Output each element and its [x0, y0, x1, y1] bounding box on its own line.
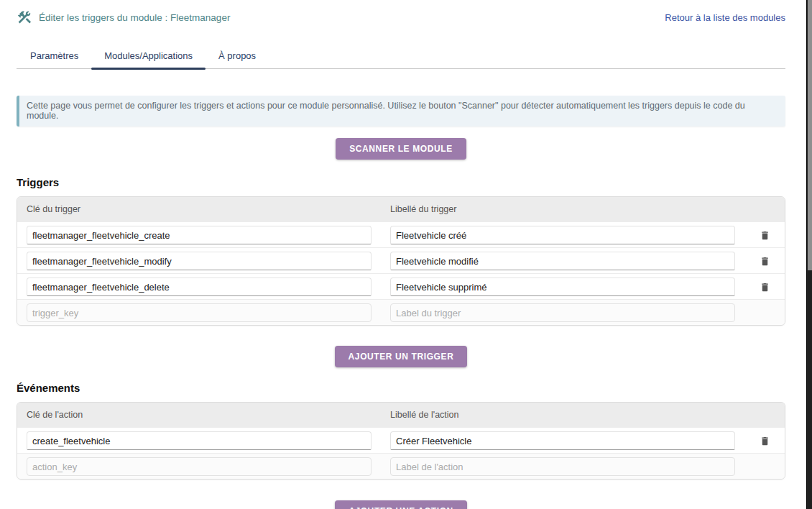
- trigger-label-input[interactable]: [390, 226, 735, 244]
- triggers-heading: Triggers: [17, 176, 785, 188]
- action-row: [17, 427, 785, 453]
- new-action-key-input[interactable]: [27, 457, 372, 476]
- trash-icon: [760, 232, 770, 243]
- trigger-key-input[interactable]: [27, 278, 372, 296]
- tab-a-propos[interactable]: À propos: [206, 44, 269, 68]
- triggers-table-header: Clé du trigger Libellé du trigger: [17, 197, 785, 221]
- delete-trigger-button[interactable]: [758, 280, 772, 294]
- trigger-row: [17, 247, 785, 273]
- action-key-input[interactable]: [27, 431, 372, 450]
- trigger-row: [17, 221, 785, 247]
- column-header-action-label: Libellé de l'action: [381, 403, 744, 427]
- scan-module-button[interactable]: SCANNER LE MODULE: [336, 138, 466, 160]
- action-label-input[interactable]: [390, 431, 735, 450]
- trigger-key-input[interactable]: [27, 226, 372, 244]
- page-title: Éditer les triggers du module : Fleetman…: [39, 12, 230, 23]
- scrollbar[interactable]: [806, 0, 812, 509]
- tab-bar: Paramètres Modules/Applications À propos: [17, 44, 785, 69]
- trigger-key-input[interactable]: [27, 252, 372, 270]
- trash-icon: [760, 258, 770, 269]
- scrollbar-thumb[interactable]: [808, 0, 812, 270]
- column-header-action-key: Clé de l'action: [17, 403, 381, 427]
- new-action-row: [17, 453, 785, 479]
- page-header: Éditer les triggers du module : Fleetman…: [17, 0, 785, 25]
- events-table: Clé de l'action Libellé de l'action: [17, 402, 785, 480]
- trigger-label-input[interactable]: [390, 252, 735, 270]
- delete-trigger-button[interactable]: [758, 229, 772, 242]
- column-header-trigger-key: Clé du trigger: [17, 197, 381, 221]
- new-action-label-input[interactable]: [390, 457, 735, 476]
- trigger-label-input[interactable]: [390, 278, 735, 296]
- new-trigger-label-input[interactable]: [390, 303, 735, 322]
- tab-parametres[interactable]: Paramètres: [17, 44, 91, 68]
- new-trigger-key-input[interactable]: [27, 303, 372, 322]
- events-table-header: Clé de l'action Libellé de l'action: [17, 403, 785, 427]
- tab-modules-applications[interactable]: Modules/Applications: [91, 44, 206, 68]
- page: Éditer les triggers du module : Fleetman…: [0, 0, 812, 509]
- add-trigger-button[interactable]: AJOUTER UN TRIGGER: [335, 346, 468, 367]
- trash-icon: [760, 438, 770, 449]
- events-heading: Événements: [17, 382, 785, 394]
- trash-icon: [760, 284, 770, 295]
- triggers-table: Clé du trigger Libellé du trigger: [17, 196, 785, 326]
- trigger-row: [17, 273, 785, 299]
- delete-trigger-button[interactable]: [758, 254, 772, 268]
- column-header-trigger-label: Libellé du trigger: [381, 197, 744, 221]
- new-trigger-row: [17, 299, 785, 325]
- tools-icon: [17, 9, 32, 25]
- info-message: Cette page vous permet de configurer les…: [17, 96, 785, 127]
- add-action-button[interactable]: AJOUTER UNE ACTION: [335, 500, 467, 509]
- back-to-modules-link[interactable]: Retour à la liste des modules: [665, 12, 785, 23]
- delete-action-button[interactable]: [758, 434, 772, 448]
